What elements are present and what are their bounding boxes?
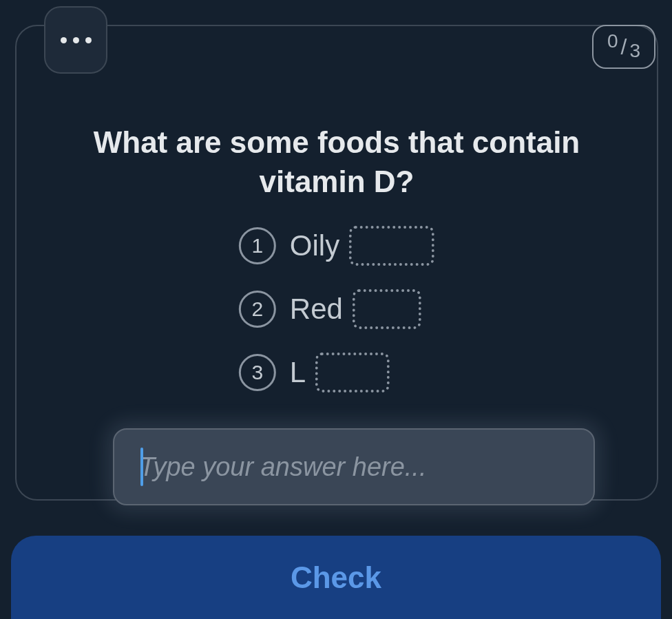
menu-button[interactable] [44, 6, 107, 74]
answer-prefix-3: L [290, 356, 306, 389]
answer-text-2: Red [290, 289, 421, 329]
answer-input[interactable] [113, 428, 595, 505]
answer-row-2: 2 Red [239, 289, 434, 329]
answer-row-1: 1 Oily [239, 226, 434, 266]
answer-prefix-2: Red [290, 293, 343, 326]
answer-input-wrapper [113, 428, 595, 505]
answer-number-1: 1 [239, 227, 276, 264]
answer-number-3: 3 [239, 354, 276, 391]
answer-row-3: 3 L [239, 353, 434, 392]
score-slash: / [621, 34, 627, 60]
answer-prefix-1: Oily [290, 229, 339, 262]
score-total: 3 [629, 40, 640, 62]
answer-number-2: 2 [239, 291, 276, 328]
answer-text-1: Oily [290, 226, 434, 266]
answer-blank-3 [315, 353, 390, 392]
quiz-card: What are some foods that contain vitamin… [15, 25, 658, 501]
score-badge: 0 / 3 [592, 25, 655, 69]
answer-text-3: L [290, 353, 390, 392]
answer-blank-1 [349, 226, 434, 266]
question-text: What are some foods that contain vitamin… [17, 123, 657, 201]
check-button[interactable]: Check [11, 536, 661, 619]
answer-list: 1 Oily 2 Red 3 L [239, 226, 434, 392]
answer-blank-2 [353, 289, 421, 329]
ellipsis-icon [61, 37, 92, 43]
score-current: 0 [607, 30, 618, 52]
